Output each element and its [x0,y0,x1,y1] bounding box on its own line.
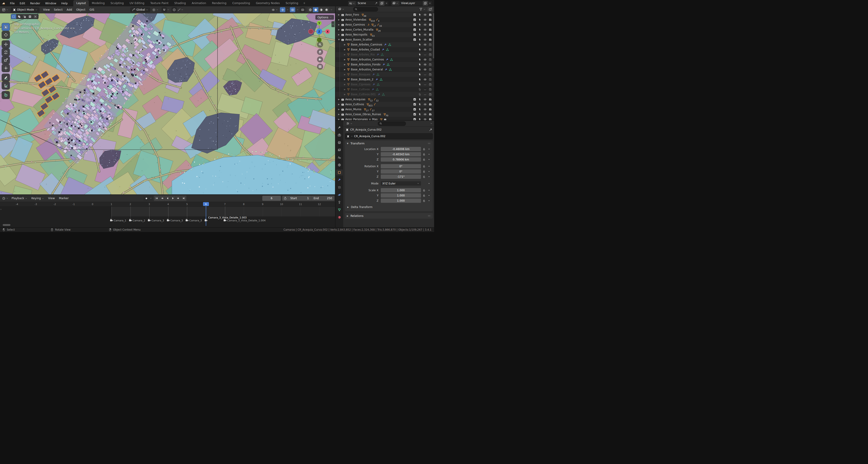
tab-modeling[interactable]: Modeling [89,0,107,6]
render-toggle[interactable] [428,58,433,61]
visibility-toggle[interactable] [422,13,428,16]
collection-checkbox[interactable] [412,98,417,101]
visibility-toggle[interactable] [422,73,428,76]
snap-toggle[interactable] [161,7,167,12]
menu-help[interactable]: Help [59,0,70,6]
select-mode-intersect[interactable] [33,14,38,19]
transform-panel-header[interactable]: ▼ Transform [345,141,433,146]
lock-toggle[interactable] [421,189,427,192]
timeline-menu-marker[interactable]: Marker [57,195,70,201]
menu-edit[interactable]: Edit [17,0,28,6]
outliner-scrollbar[interactable] [433,13,434,58]
field-value[interactable]: 0° [381,169,421,174]
outliner-collection-Aeso_Casas_Obras_Ruinas[interactable]: ▶Aeso_Casas_Obras_Ruinas70 [336,112,434,117]
outliner-collection-Aeso_Foro[interactable]: ▶Aeso_Foro48 [336,12,434,17]
expand-arrow-icon[interactable]: ▶ [343,93,346,95]
field-value[interactable]: 1.000 [381,193,421,198]
selectable-toggle[interactable] [417,48,422,51]
shading-solid-button[interactable] [313,7,318,12]
selectable-toggle[interactable] [417,93,422,96]
viewport-menu-object[interactable]: Object [74,6,88,13]
outliner-filter-button[interactable] [418,7,427,11]
selectable-toggle[interactable] [417,23,422,26]
tab-object[interactable] [336,170,343,175]
lock-toggle[interactable] [421,170,427,173]
selectable-toggle[interactable] [417,58,422,61]
selectable-toggle[interactable] [417,103,422,106]
selectable-toggle[interactable] [417,68,422,71]
next-keyframe-button[interactable] [176,196,181,201]
timeline-menu-view[interactable]: View [46,195,57,201]
render-toggle[interactable] [428,103,433,106]
menu-render[interactable]: Render [28,0,43,6]
tool-cursor[interactable] [2,31,10,39]
selectable-toggle[interactable] [417,88,422,91]
selectable-toggle[interactable] [417,63,422,66]
visibility-toggle[interactable] [422,43,428,46]
animate-toggle[interactable] [427,153,431,155]
collection-checkbox[interactable] [412,13,417,16]
animate-toggle[interactable] [427,148,431,150]
collection-checkbox[interactable] [412,28,417,31]
expand-arrow-icon[interactable]: ▶ [343,73,346,76]
render-toggle[interactable] [428,118,433,120]
timeline-menu-playback[interactable]: Playback [9,195,29,201]
outliner-object-Base_Bosques_2[interactable]: ▶Base_Bosques_2 [336,77,434,82]
lock-toggle[interactable] [421,158,427,161]
tab-scene[interactable] [336,154,343,161]
animate-toggle[interactable] [427,195,431,197]
visibility-toggle[interactable] [422,88,428,91]
collection-checkbox[interactable] [412,108,417,111]
camera-view-button[interactable] [317,56,323,62]
render-toggle[interactable] [428,98,433,101]
outliner-object-Base_Cultivos.001[interactable]: ▶Base_Cultivos.001 [336,92,434,97]
visibility-toggle[interactable] [422,78,428,81]
blender-logo-icon[interactable] [2,2,5,5]
mode-dropdown[interactable]: Object Mode [11,7,39,12]
outliner-object-Base_Cipreses[interactable]: ▶Base_Cipreses [336,82,434,87]
selectable-toggle[interactable] [417,18,422,21]
expand-arrow-icon[interactable]: ▶ [343,44,346,46]
delta-transform-panel-header[interactable]: ▶ Delta Transform [345,204,433,211]
selectable-toggle[interactable] [417,83,422,86]
outliner-object-Base_Arbustos_Caminos[interactable]: ▶Base_Arbustos_Caminos [336,57,434,62]
selectable-toggle[interactable] [417,28,422,31]
animate-toggle[interactable] [427,189,431,191]
expand-arrow-icon[interactable]: ▶ [343,78,346,81]
scene-name-field[interactable]: Scene [356,1,379,6]
scene-selector-browse[interactable] [348,1,356,6]
visibility-dropdown[interactable] [271,8,279,12]
visibility-toggle[interactable] [422,68,428,71]
lock-toggle[interactable] [421,199,427,202]
outliner-collection-Aeso_Necropolis[interactable]: ▶Aeso_Necropolis43 [336,32,434,37]
viewport-menu-add[interactable]: Add [65,6,74,13]
select-mode-extend[interactable] [17,14,22,19]
menu-file[interactable]: File [7,0,17,6]
selectable-toggle[interactable] [417,73,422,76]
render-toggle[interactable] [428,53,433,56]
tab-compositing[interactable]: Compositing [229,0,253,6]
visibility-toggle[interactable] [422,108,428,111]
render-toggle[interactable] [428,43,433,46]
view-layer-new-button[interactable] [423,1,428,6]
rotation-mode-dropdown[interactable]: XYZ Euler [381,181,421,185]
shading-rendered-button[interactable] [324,7,329,12]
tab-shading[interactable]: Shading [172,0,189,6]
expand-arrow-icon[interactable]: ▶ [337,13,341,16]
scene-new-button[interactable] [379,1,384,6]
field-value[interactable]: 1.000 [381,188,421,193]
tool-scale[interactable] [2,56,10,64]
visibility-toggle[interactable] [422,33,428,36]
start-frame-field[interactable]: Start1 [288,196,311,201]
properties-search-input[interactable] [378,121,406,126]
xray-toggle[interactable] [300,7,305,12]
expand-arrow-icon[interactable]: ▼ [337,38,341,41]
expand-arrow-icon[interactable]: ▶ [343,58,346,61]
tab-geometry-nodes[interactable]: Geometry Nodes [253,0,283,6]
previous-keyframe-button[interactable] [159,196,165,201]
tab-uv-editing[interactable]: UV Editing [127,0,147,6]
field-value[interactable]: -0.46006 km [381,147,421,151]
collection-checkbox[interactable] [412,118,417,120]
selectable-toggle[interactable] [417,38,422,41]
tool-select-box[interactable] [2,23,10,31]
